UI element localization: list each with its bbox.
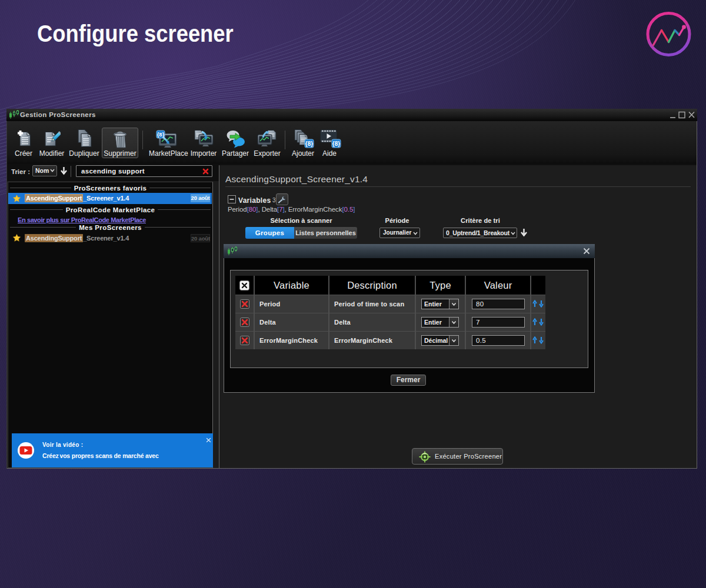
svg-text:{﻿8}: {﻿8} <box>305 141 313 147</box>
svg-text:{﻿8}: {﻿8} <box>332 141 340 147</box>
svg-text:{﻿8}: {﻿8} <box>157 131 165 138</box>
